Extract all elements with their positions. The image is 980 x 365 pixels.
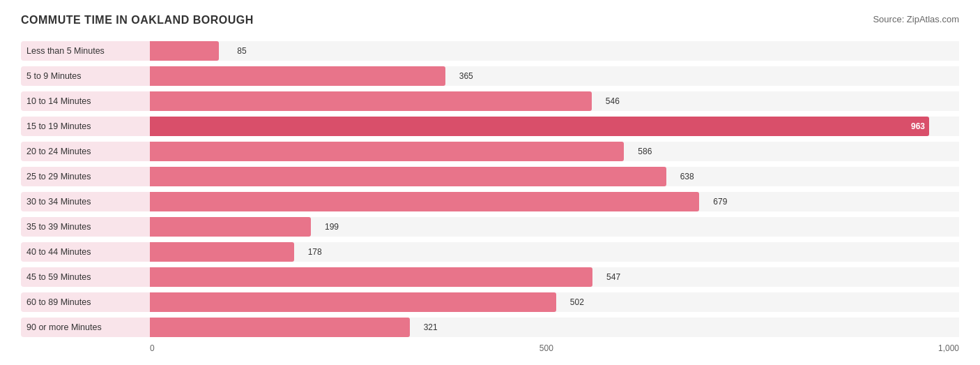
bar-row: 20 to 24 Minutes586 xyxy=(21,140,959,163)
bar-label: 30 to 34 Minutes xyxy=(21,192,150,211)
bar-label: 5 to 9 Minutes xyxy=(21,66,150,86)
x-axis-label: 500 xyxy=(539,343,553,353)
bar-value: 963 xyxy=(911,121,925,131)
bar-track: 586 xyxy=(150,142,959,161)
bar-value: 178 xyxy=(308,247,322,257)
bar-value: 546 xyxy=(606,96,620,106)
bar-fill: 199 xyxy=(150,217,311,237)
bar-track: 502 xyxy=(150,292,959,312)
bar-fill: 178 xyxy=(150,242,294,262)
bar-label: 25 to 29 Minutes xyxy=(21,167,150,186)
chart-title: COMMUTE TIME IN OAKLAND BOROUGH xyxy=(21,14,254,27)
bar-track: 963 xyxy=(150,117,959,136)
bar-label: 45 to 59 Minutes xyxy=(21,267,150,287)
bar-value: 638 xyxy=(680,172,694,181)
bar-label: 40 to 44 Minutes xyxy=(21,242,150,262)
bar-value: 679 xyxy=(713,197,727,207)
bar-fill: 963 xyxy=(150,117,929,136)
bar-label: Less than 5 Minutes xyxy=(21,41,150,61)
bar-track: 199 xyxy=(150,217,959,237)
bar-fill: 502 xyxy=(150,292,556,312)
bar-value: 199 xyxy=(325,222,339,232)
x-axis: 05001,000 xyxy=(150,343,959,353)
bar-value: 365 xyxy=(459,71,473,81)
source-label: Source: ZipAtlas.com xyxy=(873,14,959,24)
bar-track: 638 xyxy=(150,167,959,186)
bar-value: 502 xyxy=(570,297,584,307)
bar-track: 321 xyxy=(150,318,959,337)
bar-value: 547 xyxy=(606,272,620,282)
bar-fill: 321 xyxy=(150,318,410,337)
bar-fill: 547 xyxy=(150,267,592,287)
bar-fill: 546 xyxy=(150,91,592,111)
bar-row: 45 to 59 Minutes547 xyxy=(21,265,959,289)
bar-track: 679 xyxy=(150,192,959,211)
bar-row: Less than 5 Minutes85 xyxy=(21,39,959,63)
bar-fill: 365 xyxy=(150,66,445,86)
bar-row: 25 to 29 Minutes638 xyxy=(21,165,959,188)
bar-track: 546 xyxy=(150,91,959,111)
bar-row: 40 to 44 Minutes178 xyxy=(21,240,959,264)
bar-track: 178 xyxy=(150,242,959,262)
chart-area: Less than 5 Minutes855 to 9 Minutes36510… xyxy=(21,39,959,353)
bar-label: 20 to 24 Minutes xyxy=(21,142,150,161)
bar-value: 586 xyxy=(638,147,652,156)
bar-row: 10 to 14 Minutes546 xyxy=(21,89,959,113)
bar-value: 85 xyxy=(237,46,246,56)
bar-fill: 85 xyxy=(150,41,219,61)
bar-fill: 679 xyxy=(150,192,699,211)
bar-label: 15 to 19 Minutes xyxy=(21,117,150,136)
bar-row: 30 to 34 Minutes679 xyxy=(21,190,959,214)
bar-row: 35 to 39 Minutes199 xyxy=(21,215,959,239)
bar-row: 60 to 89 Minutes502 xyxy=(21,290,959,314)
bar-value: 321 xyxy=(424,322,438,332)
bar-label: 10 to 14 Minutes xyxy=(21,91,150,111)
bar-label: 60 to 89 Minutes xyxy=(21,292,150,312)
x-axis-label: 1,000 xyxy=(938,343,959,353)
bar-fill: 586 xyxy=(150,142,624,161)
bar-track: 365 xyxy=(150,66,959,86)
x-axis-label: 0 xyxy=(150,343,155,353)
bar-label: 90 or more Minutes xyxy=(21,318,150,337)
x-axis-labels: 05001,000 xyxy=(150,343,959,353)
bar-track: 85 xyxy=(150,41,959,61)
bar-row: 5 to 9 Minutes365 xyxy=(21,64,959,88)
bar-label: 35 to 39 Minutes xyxy=(21,217,150,237)
bar-row: 15 to 19 Minutes963 xyxy=(21,114,959,138)
bar-fill: 638 xyxy=(150,167,666,186)
bar-track: 547 xyxy=(150,267,959,287)
bar-row: 90 or more Minutes321 xyxy=(21,315,959,339)
